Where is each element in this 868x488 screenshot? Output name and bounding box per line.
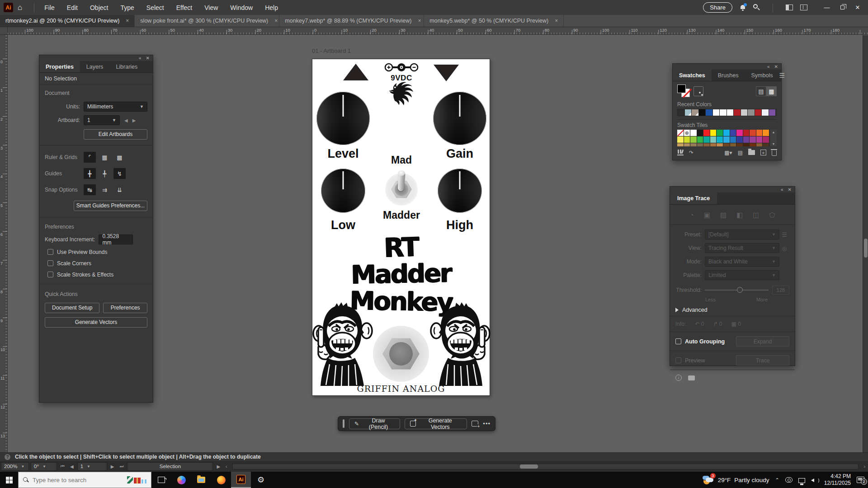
menu-item[interactable]: Edit: [67, 4, 78, 11]
document-tab[interactable]: monkey5.webp* @ 50 % (CMYK/CPU Preview) …: [424, 15, 564, 27]
status-options-icon[interactable]: ▶: [215, 464, 222, 469]
recent-color-swatch[interactable]: [769, 109, 776, 116]
tab-close-icon[interactable]: ×: [274, 18, 278, 24]
snap-to-grid-icon[interactable]: ↹: [84, 184, 96, 195]
grid-view-icon[interactable]: ▦: [766, 86, 777, 96]
swatch-tile[interactable]: [750, 136, 756, 143]
threshold-value[interactable]: 128: [772, 286, 789, 295]
preview-checkbox[interactable]: [675, 357, 681, 363]
tab-close-icon[interactable]: ×: [555, 18, 558, 24]
feedback-icon[interactable]: [688, 375, 695, 380]
notification-center-icon[interactable]: 2: [857, 477, 864, 483]
document-tab[interactable]: slow poke front.ai* @ 300 % (CMYK/CPU Pr…: [135, 15, 279, 27]
home-icon[interactable]: ⌂: [18, 3, 22, 12]
swatch-scrollbar[interactable]: ▲ ▼: [770, 130, 777, 146]
menu-item[interactable]: Select: [146, 4, 164, 11]
list-view-icon[interactable]: ▤: [756, 86, 766, 96]
scroll-down-icon[interactable]: ▼: [772, 142, 775, 145]
vertical-scrollbar[interactable]: [863, 35, 868, 452]
scroll-right-icon[interactable]: ›: [862, 464, 867, 469]
rotation-dropdown[interactable]: 0°▼: [31, 462, 57, 471]
monkey-right-art[interactable]: [428, 300, 491, 389]
new-color-group-icon[interactable]: ▩▾: [724, 150, 732, 156]
swatch-tile[interactable]: [736, 136, 743, 143]
collapse-panel-icon[interactable]: «: [767, 65, 770, 69]
prev-artboard-icon[interactable]: ◀: [68, 464, 75, 469]
copilot-icon[interactable]: [171, 472, 191, 488]
outline-icon[interactable]: ⬠: [769, 211, 775, 219]
swatch-tile[interactable]: [717, 143, 723, 146]
recent-color-swatch[interactable]: [727, 109, 734, 116]
swatch-tile[interactable]: [684, 130, 691, 136]
swatch-tile[interactable]: [677, 143, 684, 146]
swatch-tile[interactable]: [736, 143, 743, 146]
generate-vectors-button[interactable]: Generate Vectors: [45, 317, 147, 328]
workspace-switcher-icon[interactable]: [800, 5, 807, 10]
high-color-icon[interactable]: ▣: [704, 211, 710, 219]
griffin-logo-art[interactable]: [387, 80, 415, 107]
smart-guides-preferences-button[interactable]: Smart Guides Preferences...: [74, 201, 147, 211]
weather-widget[interactable]: 3 29°F Partly cloudy: [703, 475, 769, 485]
settings-gear-icon[interactable]: ⚙: [251, 472, 271, 488]
taskbar-search[interactable]: [18, 472, 151, 488]
illustrator-taskbar-icon[interactable]: Ai: [231, 472, 251, 488]
lock-guides-icon[interactable]: ╇: [99, 168, 111, 179]
swatch-tile[interactable]: [697, 136, 704, 143]
more-options-icon[interactable]: •••: [483, 420, 491, 427]
keyboard-increment-field[interactable]: 0.3528 mm: [99, 235, 133, 244]
hidden-icons-chevron[interactable]: ⌃: [775, 477, 779, 483]
recent-color-swatch[interactable]: [713, 109, 720, 116]
horizontal-ruler[interactable]: 1009080706050403020100102030405060708090…: [8, 27, 868, 35]
swatch-tile[interactable]: [710, 130, 717, 136]
swatch-tile[interactable]: [750, 130, 756, 136]
swatch-tile[interactable]: [717, 136, 723, 143]
low-knob-art[interactable]: [321, 169, 365, 213]
fill-stroke-indicator[interactable]: [677, 84, 691, 98]
swatch-tile[interactable]: [690, 130, 697, 136]
level-knob-art[interactable]: [316, 92, 370, 145]
mode-dropdown[interactable]: Black and White▼: [705, 257, 779, 267]
high-knob-art[interactable]: [438, 169, 482, 213]
black-and-white-icon[interactable]: ◫: [753, 211, 759, 219]
menu-item[interactable]: File: [44, 4, 55, 11]
preferences-button[interactable]: Preferences: [103, 303, 147, 313]
recent-color-swatch[interactable]: [720, 109, 727, 116]
swatch-tile[interactable]: [756, 143, 763, 146]
swatch-tile[interactable]: [717, 130, 723, 136]
menu-item[interactable]: Effect: [176, 4, 193, 11]
grayscale-icon[interactable]: ◧: [736, 211, 743, 219]
recent-color-swatch[interactable]: [755, 109, 762, 116]
low-label[interactable]: Low: [331, 218, 355, 232]
swatch-tile[interactable]: [723, 136, 730, 143]
swatch-tile[interactable]: [690, 136, 697, 143]
swatch-tile[interactable]: [697, 143, 704, 146]
low-color-icon[interactable]: ▨: [720, 211, 726, 219]
recent-color-swatch[interactable]: [699, 109, 706, 116]
recent-color-swatch[interactable]: [762, 109, 769, 116]
smart-guides-icon[interactable]: ↯: [113, 168, 126, 179]
swatch-tile[interactable]: [736, 130, 743, 136]
view-dropdown[interactable]: Tracing Result▼: [705, 243, 779, 253]
level-label[interactable]: Level: [327, 147, 359, 161]
show-transparency-grid-icon[interactable]: ▩: [113, 152, 126, 163]
recent-color-swatch[interactable]: [706, 109, 713, 116]
generate-image-icon[interactable]: [472, 421, 479, 427]
swatch-tile[interactable]: [730, 136, 737, 143]
checkbox[interactable]: [47, 249, 53, 255]
edit-artboards-button[interactable]: Edit Artboards: [84, 129, 147, 140]
menu-item[interactable]: Type: [120, 4, 134, 11]
close-panel-icon[interactable]: ✕: [146, 56, 150, 61]
pedal-output-arrow-art[interactable]: [434, 65, 459, 81]
show-guides-icon[interactable]: ╋: [84, 168, 96, 179]
file-explorer-icon[interactable]: [191, 472, 211, 488]
document-setup-button[interactable]: Document Setup: [45, 303, 99, 313]
recent-color-swatch[interactable]: [685, 109, 692, 116]
vertical-scrollbar-thumb[interactable]: [864, 239, 868, 258]
checkbox[interactable]: [47, 260, 53, 266]
footswitch-art[interactable]: [373, 326, 429, 382]
toggle-bottom-label[interactable]: Madder: [383, 209, 420, 221]
new-swatch-icon[interactable]: +: [760, 150, 766, 155]
swatch-libraries-icon[interactable]: [677, 150, 684, 155]
swatch-tile[interactable]: [763, 136, 769, 143]
scroll-left-icon[interactable]: ‹: [224, 464, 229, 469]
